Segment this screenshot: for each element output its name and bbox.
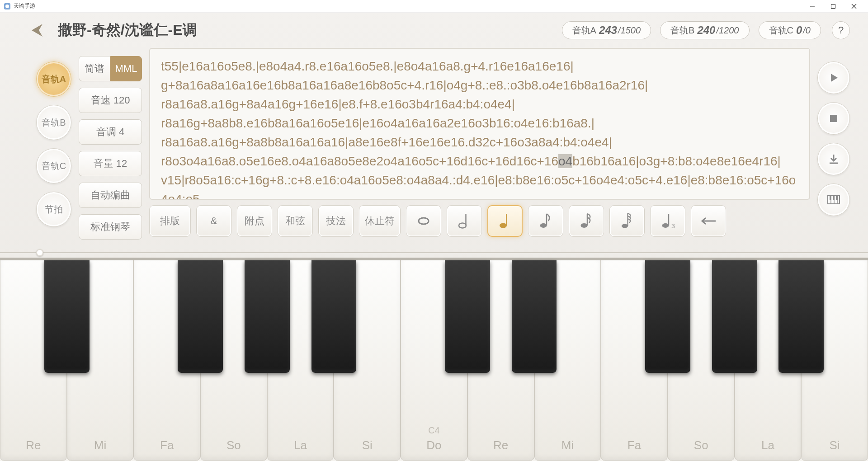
triplet-button[interactable]: 3 [650, 205, 685, 237]
tie-button[interactable]: & [196, 205, 231, 237]
select-track-c-button[interactable]: 音轨C [36, 148, 71, 183]
svg-point-10 [500, 223, 507, 228]
half-note-icon [457, 212, 472, 230]
svg-point-1 [5, 5, 9, 8]
format-button[interactable]: 排版 [149, 205, 191, 237]
black-key-3[interactable] [245, 260, 290, 373]
tab-jianpu[interactable]: 简谱 [79, 56, 110, 81]
white-key-label: La [294, 438, 307, 452]
white-key-label: Mi [561, 438, 574, 452]
whole-note-icon [416, 212, 431, 230]
mml-editor[interactable]: t55|e16a16o5e8.|e8o4a4.r8.e16a16o5e8.|e8… [149, 48, 810, 200]
track-b-label: 音轨B [670, 24, 694, 37]
quarter-note-button[interactable] [487, 205, 523, 237]
white-key-label: So [226, 438, 241, 452]
scrub-bar[interactable] [0, 248, 868, 258]
svg-point-16 [622, 224, 628, 228]
settings-column: 简谱 MML 音速 120 音调 4 音量 12 自动编曲 标准钢琴 [79, 48, 142, 240]
maximize-button[interactable] [823, 0, 844, 13]
minimize-button[interactable] [802, 0, 823, 13]
select-track-b-button[interactable]: 音轨B [36, 105, 71, 140]
rest-button[interactable]: 休止符 [359, 205, 401, 237]
play-icon [828, 72, 840, 84]
triplet-icon: 3 [660, 212, 675, 230]
instrument-button[interactable]: 标准钢琴 [79, 214, 142, 240]
keyboard-icon [827, 195, 840, 204]
svg-text:3: 3 [671, 222, 675, 230]
notation-tabs: 简谱 MML [79, 56, 142, 81]
os-titlebar: 天谕手游 [0, 0, 868, 13]
svg-point-18 [662, 223, 669, 228]
thirtysecond-note-icon [620, 212, 634, 230]
track-c-max: /0 [803, 25, 811, 36]
quarter-note-icon [498, 212, 512, 230]
black-key-7[interactable] [512, 260, 557, 373]
track-a-pill[interactable]: 音轨A 243 /1500 [562, 21, 651, 39]
track-b-pill[interactable]: 音轨B 240 /1200 [660, 21, 749, 39]
scrub-track [0, 252, 868, 253]
tab-mml[interactable]: MML [110, 56, 142, 81]
black-key-9[interactable] [645, 260, 690, 373]
white-key-label: So [694, 438, 708, 452]
sixteenth-note-button[interactable] [569, 205, 604, 237]
black-key-0[interactable] [44, 260, 90, 373]
keyboard-toggle-button[interactable] [817, 183, 850, 216]
stop-button[interactable] [817, 102, 850, 135]
track-b-count: 240 [697, 24, 715, 37]
dotted-button[interactable]: 附点 [237, 205, 272, 237]
app-icon [4, 3, 11, 10]
tempo-button[interactable]: 节拍 [36, 192, 71, 227]
white-key-label: La [761, 438, 774, 452]
close-button[interactable] [844, 0, 864, 13]
sixteenth-note-icon [579, 212, 594, 230]
svg-point-7 [419, 218, 429, 224]
black-key-4[interactable] [311, 260, 357, 373]
piano-keyboard: ReMiFaSoLaSiC4DoReMiFaSoLaSi [0, 258, 868, 461]
track-c-count: 0 [796, 24, 802, 37]
track-c-pill[interactable]: 音轨C 0 /0 [759, 21, 821, 39]
app-header: 撒野-奇然/沈谧仁-E调 音轨A 243 /1500 音轨B 240 /1200… [0, 13, 868, 48]
black-key-6[interactable] [445, 260, 490, 373]
back-button[interactable] [27, 19, 49, 41]
white-key-label: Do [426, 438, 441, 452]
pitch-button[interactable]: 音调 4 [79, 119, 142, 145]
speed-button[interactable]: 音速 120 [79, 88, 142, 113]
volume-button[interactable]: 音量 12 [79, 151, 142, 176]
white-key-label: Re [493, 438, 508, 452]
svg-rect-30 [830, 196, 831, 200]
half-note-button[interactable] [447, 205, 482, 237]
svg-rect-23 [830, 115, 837, 122]
auto-compose-button[interactable]: 自动编曲 [79, 183, 142, 208]
black-key-2[interactable] [178, 260, 223, 373]
svg-point-14 [581, 223, 588, 228]
song-title: 撒野-奇然/沈谧仁-E调 [58, 20, 197, 40]
backspace-icon [700, 216, 717, 226]
play-button[interactable] [817, 61, 850, 94]
track-a-count: 243 [599, 24, 617, 37]
white-key-label: Si [362, 438, 373, 452]
technique-button[interactable]: 技法 [318, 205, 354, 237]
scrub-handle[interactable] [36, 249, 43, 256]
track-a-max: /1500 [618, 25, 641, 36]
black-key-11[interactable] [778, 260, 824, 373]
whole-note-button[interactable] [406, 205, 441, 237]
thirtysecond-note-button[interactable] [609, 205, 645, 237]
eighth-note-button[interactable] [528, 205, 563, 237]
c4-label: C4 [428, 425, 440, 436]
help-button[interactable]: ? [832, 21, 850, 39]
track-c-label: 音轨C [769, 24, 793, 37]
chord-button[interactable]: 和弦 [278, 205, 313, 237]
black-key-10[interactable] [712, 260, 757, 373]
svg-point-12 [540, 223, 547, 228]
track-selector-column: 音轨A 音轨B 音轨C 节拍 [36, 48, 71, 240]
backspace-button[interactable] [691, 205, 726, 237]
eighth-note-icon [538, 212, 553, 230]
white-key-label: Mi [94, 438, 106, 452]
white-key-label: Fa [627, 438, 641, 452]
svg-rect-3 [831, 4, 835, 8]
download-icon [828, 153, 840, 165]
mml-cursor-selection: o4 [558, 154, 572, 168]
svg-marker-22 [831, 74, 838, 82]
download-button[interactable] [817, 143, 850, 175]
select-track-a-button[interactable]: 音轨A [36, 61, 71, 97]
